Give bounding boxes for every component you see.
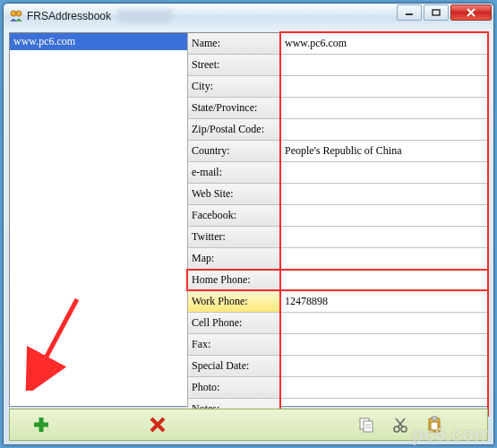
field-label[interactable]: Home Phone: (188, 270, 281, 290)
app-window: FRSAddressbook www.pc6.com Name:www.pc6.… (3, 3, 494, 445)
scissors-icon (391, 416, 409, 434)
paste-button[interactable] (417, 409, 451, 440)
svg-rect-20 (432, 417, 437, 420)
field-value[interactable] (281, 248, 487, 269)
toolbar (9, 409, 488, 441)
close-button[interactable] (450, 4, 492, 21)
content-area: www.pc6.com Name:www.pc6.comStreet:City:… (9, 32, 488, 407)
plus-icon (31, 415, 51, 435)
field-value[interactable] (281, 313, 487, 333)
svg-point-16 (401, 426, 407, 432)
field-row: Cell Phone: (188, 313, 487, 334)
field-row: City: (188, 76, 487, 98)
titlebar[interactable]: FRSAddressbook (4, 4, 493, 29)
field-label[interactable]: City: (188, 76, 281, 97)
field-value[interactable] (281, 205, 487, 226)
field-value[interactable] (281, 55, 487, 75)
field-row: Facebook: (188, 205, 487, 227)
field-label[interactable]: Street: (188, 55, 281, 75)
delete-button[interactable] (126, 409, 189, 440)
contacts-list[interactable]: www.pc6.com (9, 32, 188, 407)
cut-button[interactable] (383, 409, 417, 440)
field-value[interactable] (281, 98, 487, 118)
add-button[interactable] (10, 409, 73, 440)
copy-icon (357, 416, 375, 434)
field-label[interactable]: Map: (188, 248, 281, 269)
field-value[interactable]: People's Republic of China (281, 141, 487, 161)
field-value[interactable] (281, 162, 487, 183)
field-row: Home Phone: (188, 270, 487, 291)
field-label[interactable]: e-mail: (188, 162, 281, 183)
field-label[interactable]: Cell Phone: (188, 313, 281, 333)
field-row: Web Site: (188, 184, 487, 205)
field-label[interactable]: Work Phone: (188, 291, 281, 312)
svg-rect-3 (433, 10, 440, 15)
field-row: Photo: (188, 377, 487, 399)
field-row: Special Date: (188, 356, 487, 377)
field-row: e-mail: (188, 162, 487, 184)
svg-rect-21 (431, 422, 438, 430)
field-value[interactable] (281, 270, 487, 290)
field-value[interactable] (281, 119, 487, 140)
field-label[interactable]: Web Site: (188, 184, 281, 204)
field-value[interactable] (281, 356, 487, 376)
field-row: State/Province: (188, 98, 487, 119)
field-row: Fax: (188, 334, 487, 356)
field-label[interactable]: Special Date: (188, 356, 281, 376)
field-label[interactable]: Facebook: (188, 205, 281, 226)
field-row: Zip/Postal Code: (188, 119, 487, 141)
minimize-button[interactable] (397, 4, 422, 21)
list-item[interactable]: www.pc6.com (10, 33, 187, 50)
field-label[interactable]: Photo: (188, 377, 281, 398)
field-value[interactable]: 12478898 (281, 291, 487, 312)
window-title: FRSAddressbook (27, 10, 111, 22)
field-label[interactable]: Fax: (188, 334, 281, 355)
field-label[interactable]: State/Province: (188, 98, 281, 118)
field-value[interactable] (281, 377, 487, 398)
maximize-button[interactable] (424, 4, 449, 21)
x-icon (149, 416, 167, 434)
field-value[interactable] (281, 76, 487, 97)
svg-point-0 (11, 11, 16, 16)
clipboard-icon (425, 416, 443, 434)
detail-pane: Name:www.pc6.comStreet:City:State/Provin… (188, 32, 488, 407)
window-controls (395, 4, 492, 21)
svg-point-1 (16, 11, 21, 16)
field-row: Work Phone:12478898 (188, 291, 487, 313)
app-icon (9, 9, 23, 23)
field-row: Name:www.pc6.com (188, 33, 487, 55)
field-value[interactable] (281, 227, 487, 247)
field-label[interactable]: Twitter: (188, 227, 281, 247)
field-row: Map: (188, 248, 487, 270)
field-label[interactable]: Zip/Postal Code: (188, 119, 281, 140)
svg-rect-12 (364, 421, 373, 432)
field-value[interactable]: www.pc6.com (281, 33, 487, 54)
field-value[interactable] (281, 334, 487, 355)
field-label[interactable]: Name: (188, 33, 281, 54)
field-row: Country:People's Republic of China (188, 141, 487, 162)
svg-point-15 (394, 426, 399, 432)
title-blur (118, 10, 172, 22)
field-value[interactable] (281, 184, 487, 204)
copy-button[interactable] (349, 409, 383, 440)
field-row: Street: (188, 55, 487, 76)
field-label[interactable]: Country: (188, 141, 281, 161)
field-row: Twitter: (188, 227, 487, 248)
